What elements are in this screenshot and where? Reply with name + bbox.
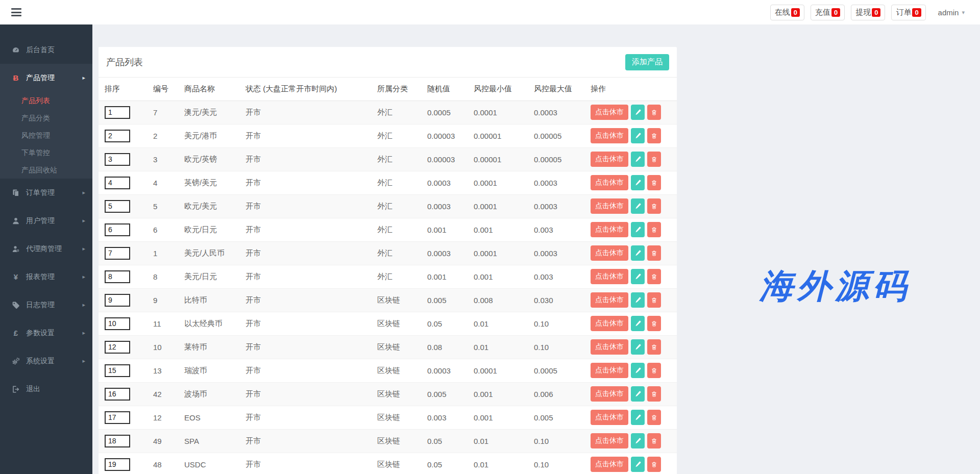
- topbar-stat-recharge[interactable]: 充值0: [811, 5, 845, 20]
- delete-button[interactable]: [647, 457, 661, 472]
- product-category: 外汇: [371, 101, 421, 124]
- sort-order-input[interactable]: [105, 364, 130, 377]
- sort-order-input[interactable]: [105, 153, 130, 166]
- edit-button[interactable]: [631, 386, 645, 402]
- toggle-market-button[interactable]: 点击休市: [591, 128, 628, 143]
- toggle-market-button[interactable]: 点击休市: [591, 269, 628, 284]
- sidebar-subitem-risk-manage[interactable]: 风控管理: [0, 127, 92, 144]
- edit-button[interactable]: [631, 175, 645, 190]
- toggle-market-button[interactable]: 点击休市: [591, 245, 628, 261]
- toggle-market-button[interactable]: 点击休市: [591, 152, 628, 167]
- sidebar-item-product-manage[interactable]: Ƀ产品管理▸: [0, 64, 92, 92]
- delete-button[interactable]: [647, 316, 661, 331]
- product-table: 排序编号商品名称状态 (大盘正常开市时间内)所属分类随机值风控最小值风控最大值操…: [99, 78, 677, 474]
- toggle-market-button[interactable]: 点击休市: [591, 198, 628, 214]
- delete-button[interactable]: [647, 198, 661, 214]
- sidebar-subitem-product-list[interactable]: 产品列表: [0, 92, 92, 109]
- sort-order-input[interactable]: [105, 247, 130, 260]
- random-value: 0.0003: [421, 194, 468, 218]
- toggle-market-button[interactable]: 点击休市: [591, 175, 628, 190]
- toggle-market-button[interactable]: 点击休市: [591, 316, 628, 331]
- edit-button[interactable]: [631, 245, 645, 261]
- edit-button[interactable]: [631, 339, 645, 355]
- topbar-stat-orders[interactable]: 订单0: [891, 5, 925, 20]
- delete-button[interactable]: [647, 105, 661, 120]
- sort-order-input[interactable]: [105, 106, 130, 119]
- sort-order-input[interactable]: [105, 270, 130, 283]
- toggle-market-button[interactable]: 点击休市: [591, 386, 628, 402]
- toggle-market-button[interactable]: 点击休市: [591, 457, 628, 472]
- column-header: 风控最大值: [528, 78, 584, 101]
- delete-button[interactable]: [647, 128, 661, 143]
- toggle-market-button[interactable]: 点击休市: [591, 410, 628, 425]
- sidebar-item-report-manage[interactable]: ¥报表管理▸: [0, 263, 92, 291]
- edit-button[interactable]: [631, 292, 645, 308]
- sidebar-item-dashboard[interactable]: 后台首页: [0, 36, 92, 64]
- sort-order-input[interactable]: [105, 130, 130, 142]
- delete-button[interactable]: [647, 245, 661, 261]
- risk-max-value: 0.003: [528, 218, 584, 241]
- user-menu[interactable]: admin ▾: [934, 5, 969, 20]
- topbar-stat-online[interactable]: 在线0: [770, 5, 804, 20]
- topbar-stats: 在线0充值0提现0订单0: [770, 5, 926, 20]
- toggle-market-button[interactable]: 点击休市: [591, 222, 628, 237]
- sort-order-input[interactable]: [105, 200, 130, 213]
- edit-button[interactable]: [631, 316, 645, 331]
- sidebar-subitem-product-category[interactable]: 产品分类: [0, 109, 92, 127]
- toggle-market-button[interactable]: 点击休市: [591, 433, 628, 448]
- edit-button[interactable]: [631, 410, 645, 425]
- edit-button[interactable]: [631, 105, 645, 120]
- edit-button[interactable]: [631, 457, 645, 472]
- column-header: 排序: [99, 78, 147, 101]
- product-no: 4: [147, 171, 178, 194]
- delete-button[interactable]: [647, 292, 661, 308]
- sort-order-input[interactable]: [105, 317, 130, 330]
- sort-order-input[interactable]: [105, 177, 130, 189]
- delete-button[interactable]: [647, 363, 661, 378]
- sidebar-item-user-manage[interactable]: 用户管理▸: [0, 207, 92, 235]
- sidebar-item-log-manage[interactable]: 日志管理▸: [0, 291, 92, 319]
- toggle-market-button[interactable]: 点击休市: [591, 339, 628, 355]
- trash-icon: [651, 461, 657, 468]
- sort-order-input[interactable]: [105, 435, 130, 447]
- edit-button[interactable]: [631, 433, 645, 448]
- delete-button[interactable]: [647, 175, 661, 190]
- sidebar-item-param-settings[interactable]: £参数设置▸: [0, 319, 92, 347]
- stat-count-badge: 0: [831, 8, 840, 17]
- edit-button[interactable]: [631, 128, 645, 143]
- sidebar-item-agent-manage[interactable]: 代理商管理▸: [0, 235, 92, 263]
- delete-button[interactable]: [647, 222, 661, 237]
- product-category: 区块链: [371, 359, 421, 382]
- sidebar-subitem-product-recycle[interactable]: 产品回收站: [0, 161, 92, 179]
- delete-button[interactable]: [647, 433, 661, 448]
- sidebar-item-system-settings[interactable]: 系统设置▸: [0, 347, 92, 375]
- product-no: 2: [147, 124, 178, 147]
- product-no: 8: [147, 265, 178, 288]
- delete-button[interactable]: [647, 410, 661, 425]
- delete-button[interactable]: [647, 152, 661, 167]
- delete-button[interactable]: [647, 269, 661, 284]
- menu-toggle-icon[interactable]: [11, 7, 21, 18]
- edit-button[interactable]: [631, 198, 645, 214]
- edit-button[interactable]: [631, 363, 645, 378]
- sidebar-item-order-manage[interactable]: 订单管理▸: [0, 179, 92, 207]
- delete-button[interactable]: [647, 339, 661, 355]
- sidebar-item-logout[interactable]: 退出: [0, 375, 92, 403]
- delete-button[interactable]: [647, 386, 661, 402]
- topbar-stat-withdraw[interactable]: 提现0: [851, 5, 885, 20]
- sort-order-input[interactable]: [105, 294, 130, 307]
- edit-button[interactable]: [631, 269, 645, 284]
- sort-order-input[interactable]: [105, 223, 130, 236]
- sidebar-subitem-order-control[interactable]: 下单管控: [0, 144, 92, 161]
- add-product-button[interactable]: 添加产品: [625, 54, 669, 70]
- toggle-market-button[interactable]: 点击休市: [591, 292, 628, 308]
- sort-order-input[interactable]: [105, 341, 130, 354]
- edit-button[interactable]: [631, 222, 645, 237]
- sort-order-input[interactable]: [105, 388, 130, 401]
- edit-button[interactable]: [631, 152, 645, 167]
- sort-order-input[interactable]: [105, 458, 130, 471]
- toggle-market-button[interactable]: 点击休市: [591, 105, 628, 120]
- card-header: 产品列表 添加产品: [99, 47, 677, 78]
- toggle-market-button[interactable]: 点击休市: [591, 363, 628, 378]
- sort-order-input[interactable]: [105, 411, 130, 424]
